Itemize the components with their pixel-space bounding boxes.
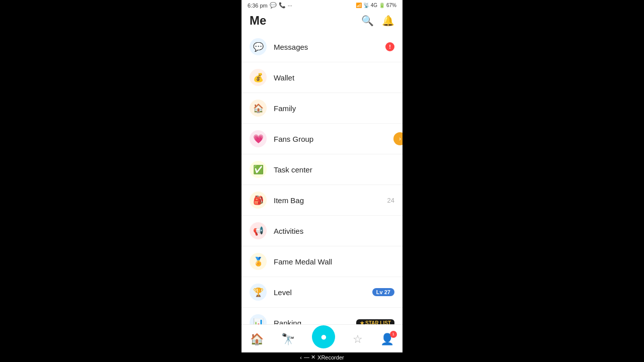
messages-icon: 💬 (250, 38, 267, 55)
fans-icon: 💗 (250, 130, 267, 147)
menu-item-fans-group[interactable]: 💗 Fans Group › (242, 124, 403, 154)
menu-item-ranking[interactable]: 📊 Ranking ★ STAR LIST (242, 308, 403, 324)
whatsapp-icon: 💬 (270, 2, 277, 9)
nav-star[interactable]: ☆ (353, 333, 363, 346)
family-label: Family (274, 104, 394, 113)
search-icon[interactable]: 🔍 (361, 15, 374, 27)
phone-screen: 6:36 pm 💬 📞 ··· 📶 📡 4G 🔋 67% Me 🔍 🔔 💬 Me… (242, 0, 403, 362)
fame-label: Fame Medal Wall (274, 257, 394, 266)
level-label: Level (274, 288, 372, 297)
status-time: 6:36 pm 💬 📞 ··· (248, 2, 292, 9)
star-nav-icon: ☆ (353, 333, 363, 346)
ranking-icon: 📊 (250, 314, 267, 324)
header: Me 🔍 🔔 (242, 10, 403, 32)
center-icon: ● (320, 330, 327, 343)
xrecorder-bar: ‹ — ✕ XRecorder (242, 352, 403, 362)
menu-list: 💬 Messages ! 💰 Wallet 🏠 Family 💗 Fans Gr… (242, 32, 403, 324)
explore-icon: 🔭 (281, 333, 295, 346)
fans-float-badge: › (393, 132, 403, 145)
header-icons: 🔍 🔔 (361, 15, 394, 27)
bottom-nav: 🏠 🔭 ● ☆ 👤 1 (242, 324, 403, 352)
phone-icon: 📞 (279, 2, 286, 9)
menu-item-item-bag[interactable]: 🎒 Item Bag 24 (242, 185, 403, 216)
bell-icon[interactable]: 🔔 (382, 15, 394, 27)
battery-icon: 🔋 (379, 3, 385, 8)
activities-label: Activities (274, 227, 394, 235)
xrecorder-logo: — ✕ (304, 354, 315, 360)
family-icon: 🏠 (250, 100, 267, 117)
wifi-icon: 📡 (363, 3, 369, 8)
back-arrow: ‹ (300, 354, 302, 360)
xrecorder-text: XRecorder (317, 354, 344, 360)
menu-item-fame-medal[interactable]: 🏅 Fame Medal Wall (242, 246, 403, 277)
nav-profile[interactable]: 👤 1 (380, 333, 394, 346)
fans-label: Fans Group (274, 135, 394, 143)
wallet-icon: 💰 (250, 69, 267, 86)
level-badge: Lv 27 (372, 288, 394, 296)
profile-badge: 1 (390, 331, 397, 338)
menu-item-wallet[interactable]: 💰 Wallet (242, 62, 403, 93)
star-icon: ★ (360, 320, 364, 325)
wallet-label: Wallet (274, 73, 394, 82)
star-list-text: STAR LIST (365, 320, 391, 325)
menu-item-messages[interactable]: 💬 Messages ! (242, 32, 403, 62)
level-icon: 🏆 (250, 284, 267, 301)
nav-home[interactable]: 🏠 (250, 333, 264, 346)
messages-badge: ! (385, 42, 394, 51)
nav-explore[interactable]: 🔭 (281, 333, 295, 346)
status-bar: 6:36 pm 💬 📞 ··· 📶 📡 4G 🔋 67% (242, 0, 403, 10)
ranking-label: Ranking (274, 319, 356, 325)
activities-icon: 📢 (250, 222, 267, 239)
fame-icon: 🏅 (250, 253, 267, 270)
nav-center-button[interactable]: ● (312, 325, 335, 348)
bag-count: 24 (387, 197, 394, 204)
bag-icon: 🎒 (250, 192, 267, 209)
menu-item-task-center[interactable]: ✅ Task center (242, 154, 403, 185)
task-icon: ✅ (250, 161, 267, 178)
signal-icon: 📶 (356, 3, 362, 8)
messages-label: Messages (274, 43, 385, 51)
status-right: 📶 📡 4G 🔋 67% (356, 3, 396, 8)
task-label: Task center (274, 165, 394, 174)
menu-item-family[interactable]: 🏠 Family (242, 93, 403, 124)
home-icon: 🏠 (250, 333, 264, 346)
dots-icon: ··· (288, 3, 292, 9)
battery-pct: 67% (386, 3, 396, 8)
menu-item-activities[interactable]: 📢 Activities (242, 216, 403, 246)
menu-item-level[interactable]: 🏆 Level Lv 27 (242, 277, 403, 308)
page-title: Me (250, 14, 266, 28)
bag-label: Item Bag (274, 196, 387, 205)
star-list-badge: ★ STAR LIST (356, 319, 394, 325)
lte-icon: 4G (371, 3, 377, 8)
time-text: 6:36 pm (248, 3, 268, 9)
